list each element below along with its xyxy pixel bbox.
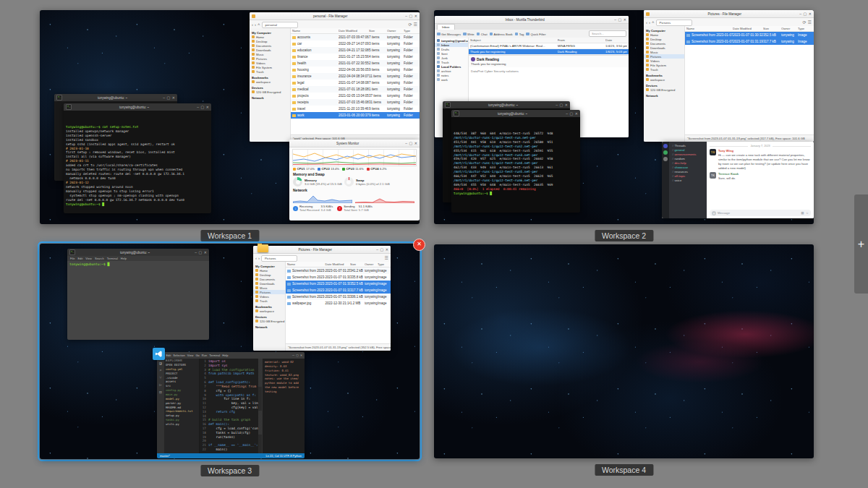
workspace-3-thumbnail[interactable]: >_ tonywing@ubuntu: ~ –▢✕ FileEditViewSe…	[40, 244, 420, 459]
menu-icon[interactable]: ☰	[414, 22, 417, 27]
menu-item[interactable]: Edit	[77, 257, 82, 260]
fm-sidebar[interactable]: My ComputerHomeDesktopDocumentsDownloads…	[250, 28, 291, 142]
file-row[interactable]: medical 2021-07-01 18:28:08 1 item tonyw…	[291, 86, 420, 93]
sidebar-item[interactable]: Network	[644, 93, 684, 98]
file-row[interactable]: insurance 2022-04-04 08:34:07 11 items t…	[291, 73, 420, 80]
extensions-icon[interactable]: ▤	[159, 390, 161, 394]
fm-file-list[interactable]: Screenshot from 2023-01-07 01-30-32.png …	[685, 32, 814, 134]
window-titlebar[interactable]: >_ tonywing@ubuntu: ~ –▢✕	[54, 94, 177, 101]
vscode-statusbar[interactable]: master* Ln 22, Col 11 UTF-8 Python	[157, 453, 305, 458]
file-row[interactable]: education 2021-04-21 17:32:08 5 items to…	[291, 47, 420, 53]
file-row[interactable]: car 2022-09-27 14:07:09 3 items tonywing…	[291, 40, 420, 47]
add-workspace-button[interactable]: +	[854, 194, 868, 294]
sidebar-item[interactable]: 120 GB Encrypted	[250, 90, 290, 94]
menu-item[interactable]: Terminal	[209, 354, 220, 357]
chat-window[interactable]: Threadsgeneralannouncementsrandomdev-hel…	[662, 142, 814, 218]
attach-icon[interactable]: +	[712, 211, 716, 215]
message-list[interactable]: (Confirmation Email) FINAL's AR/VR Webin…	[469, 43, 629, 55]
sidebar-item[interactable]: 120 GB Encrypted	[253, 319, 285, 323]
close-workspace-button[interactable]: ✕	[413, 239, 425, 251]
workspace-4-thumbnail[interactable]	[434, 244, 814, 458]
window-controls[interactable]: –▢✕	[405, 142, 417, 145]
window-controls[interactable]: –▢✕	[195, 251, 207, 254]
menu-item[interactable]: File	[70, 257, 75, 260]
window-controls[interactable]: –▢✕	[376, 248, 388, 252]
window-controls[interactable]: –▢✕	[163, 96, 175, 100]
path-bar[interactable]: Pictures	[261, 255, 297, 262]
gift-icon[interactable]: ▦	[801, 211, 804, 215]
file-row[interactable]: Screenshot from 2023-01-07 01-30-05.png …	[286, 274, 391, 281]
sidebar-item[interactable]: workspace	[253, 309, 285, 313]
file-manager-window[interactable]: Pictures - File Manager –▢✕ ‹ › Pictures…	[253, 246, 391, 351]
sidebar-item[interactable]: workspace	[250, 80, 290, 84]
sidebar-item[interactable]: Network	[250, 95, 290, 100]
file-manager-window[interactable]: personal - File Manager –▢✕ ‹ › ˄ person…	[250, 12, 420, 142]
server-icon[interactable]	[663, 144, 668, 148]
fm-file-list[interactable]: Screenshot from 2023-01-07 01-29-31.png …	[286, 267, 391, 343]
message-row[interactable]: (Confirmation Email) FINAL's AR/VR Webin…	[469, 43, 629, 49]
menu-item[interactable]: Search	[95, 257, 104, 260]
sidebar-item[interactable]: Trash	[250, 69, 290, 74]
menu-item[interactable]: Help	[222, 354, 228, 357]
menu-item[interactable]: View	[85, 257, 92, 260]
file-row[interactable]: receipts 2021-07-03 15:46:08 31 items to…	[291, 99, 420, 106]
server-icon[interactable]	[663, 150, 668, 155]
menu-icon[interactable]: ☰	[385, 256, 388, 260]
mail-toolbar-button[interactable]: Get Messages	[437, 33, 461, 36]
window-titlebar[interactable]: >_ tonywing@ubuntu: ~ –▢✕	[443, 101, 570, 108]
menu-icon[interactable]: ☰	[808, 20, 812, 25]
file-row[interactable]: accounts 2021-07-03 09:47:06 7 items ton…	[291, 34, 420, 40]
window-controls[interactable]: –▢✕	[799, 12, 812, 16]
terminal-window[interactable]: >_ tonywing@ubuntu: ~ –▢✕ FileEditViewSe…	[67, 249, 209, 340]
sidebar-item[interactable]: Network	[253, 325, 285, 329]
window-controls[interactable]: –▢✕	[556, 103, 568, 107]
forward-icon[interactable]: ›	[258, 256, 260, 260]
chat-server-rail[interactable]	[662, 142, 669, 218]
path-bar[interactable]: Pictures	[656, 20, 692, 26]
window-titlebar[interactable]: >_ tonywing@ubuntu: ~ –▢✕	[67, 249, 209, 256]
file-row[interactable]: housing 2022-04-06 20:56:05 9 items tony…	[291, 67, 420, 73]
menu-item[interactable]: View	[187, 354, 194, 357]
vscode-window[interactable]: FileEditSelectionViewGoRunTerminalHelp –…	[157, 352, 305, 458]
file-row[interactable]: health 2021-01-07 22:30:55 2 items tonyw…	[291, 60, 420, 67]
chat-channel-list[interactable]: Threadsgeneralannouncementsrandomdev-hel…	[669, 142, 707, 218]
fm-sidebar[interactable]: My ComputerHomeDesktopDocumentsDownloads…	[253, 262, 286, 351]
sidebar-item[interactable]: Trash	[644, 67, 684, 72]
file-row[interactable]: projects 2021-02-05 13:04:05 37 items to…	[291, 93, 420, 99]
file-row[interactable]: travel 2021-11-20 10:39:46 9 items tonyw…	[291, 106, 420, 112]
workspace-1-thumbnail[interactable]: >_ tonywing@ubuntu: ~ –▢✕ >_ tonywing@ub…	[40, 10, 420, 224]
menu-item[interactable]: Run	[202, 354, 207, 357]
file-row[interactable]: work 2023-01-06 20:00:37 9 items tonywin…	[291, 112, 420, 119]
window-titlebar[interactable]: System Monitor –▢✕	[289, 140, 420, 147]
mail-search-input[interactable]: Search...	[589, 30, 626, 37]
file-row[interactable]: Screenshot from 2023-01-07 01-29-31.png …	[286, 267, 391, 274]
workspace-4[interactable]: Workspace 4	[434, 244, 814, 458]
file-row[interactable]: legal 2021-01-07 14:08:08 7 items tonywi…	[291, 80, 420, 86]
window-titlebar[interactable]: Inbox - Mozilla Thunderbird –▢✕	[435, 16, 629, 24]
mail-tab-strip[interactable]: Inbox	[435, 24, 629, 30]
mail-toolbar-button[interactable]: Tag	[515, 33, 524, 36]
file-row[interactable]: Screenshot from 2023-01-07 01-31-50.png …	[286, 294, 391, 300]
message-list-headers[interactable]: Subject From Date	[469, 38, 629, 43]
side-editor-pane[interactable]: material: wood-02density: 0.63friction: …	[262, 359, 305, 453]
window-titlebar[interactable]: FileEditSelectionViewGoRunTerminalHelp –…	[157, 352, 305, 359]
window-titlebar[interactable]: >_ tonywing@ubuntu: ~ –▢✕	[64, 103, 211, 111]
file-row[interactable]: wallpaper.jpg 2022-12-30 21:14:02 1.2 MB…	[286, 300, 391, 307]
mail-toolbar-button[interactable]: Quick Filter	[526, 33, 545, 36]
explorer-sidebar[interactable]: EXPLORER OPEN EDITORSconfig.ymlPROJECT.v…	[164, 359, 200, 453]
back-icon[interactable]: ‹	[252, 22, 253, 27]
mail-toolbar-button[interactable]: Address Book	[490, 33, 513, 36]
source-control-icon[interactable]: ⑂	[159, 375, 161, 380]
forward-icon[interactable]: ›	[649, 20, 650, 25]
back-icon[interactable]: ‹	[646, 20, 647, 25]
window-titlebar[interactable]: Pictures - File Manager –▢✕	[253, 246, 391, 254]
inbox-tab[interactable]: Inbox	[437, 24, 455, 30]
channel-item[interactable]: voice	[669, 178, 707, 182]
sidebar-item[interactable]: 120 GB Encrypted	[644, 87, 684, 92]
workspace-2[interactable]: Inbox - Mozilla Thunderbird –▢✕ Inbox Ge…	[434, 10, 814, 224]
window-controls[interactable]: –▢✕	[292, 354, 302, 357]
file-manager-window[interactable]: Pictures - File Manager –▢✕ ‹ › ˄ Pictur…	[644, 10, 814, 142]
window-titlebar[interactable]: personal - File Manager –▢✕	[250, 12, 420, 20]
menu-item[interactable]: Terminal	[107, 257, 118, 260]
window-controls[interactable]: –▢✕	[614, 18, 626, 22]
